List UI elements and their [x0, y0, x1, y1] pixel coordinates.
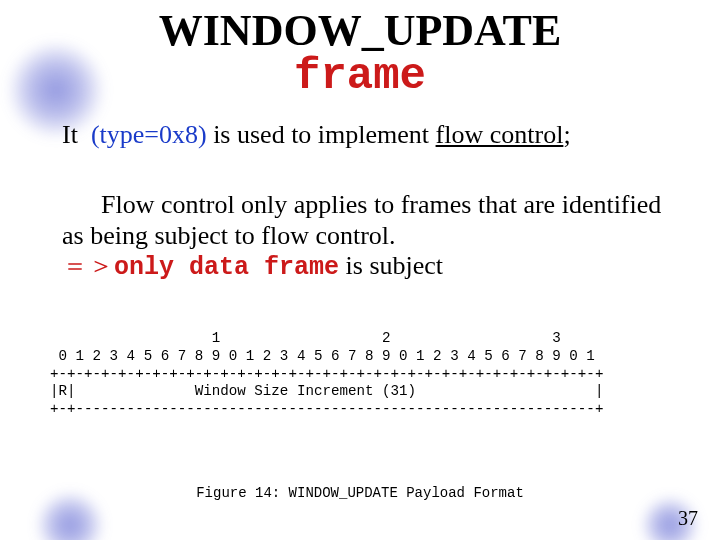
diagram-line: +-+-------------------------------------… [50, 401, 603, 417]
text: It [62, 120, 78, 149]
ascii-diagram: 1 2 3 0 1 2 3 4 5 6 7 8 9 0 1 2 3 4 5 6 … [50, 330, 603, 419]
text: is used to implement [207, 120, 436, 149]
title-line-1: WINDOW_UPDATE [0, 8, 720, 54]
slide-title: WINDOW_UPDATE frame [0, 8, 720, 98]
indent [62, 190, 101, 219]
page-number: 37 [678, 507, 698, 530]
paragraph: Flow control only applies to frames that… [62, 190, 662, 283]
intro-line: It (type=0x8) is used to implement flow … [62, 120, 672, 150]
text: ; [563, 120, 570, 149]
diagram-line: 1 2 3 [50, 330, 561, 346]
arrow-icon: ＝＞ [62, 251, 114, 280]
text: is subject [339, 251, 443, 280]
figure-caption: Figure 14: WINDOW_UPDATE Payload Format [0, 485, 720, 501]
flow-control-link: flow control [436, 120, 564, 149]
diagram-line: +-+-+-+-+-+-+-+-+-+-+-+-+-+-+-+-+-+-+-+-… [50, 366, 603, 382]
diagram-line: 0 1 2 3 4 5 6 7 8 9 0 1 2 3 4 5 6 7 8 9 … [50, 348, 595, 364]
text: Flow control only applies to frames that… [62, 190, 661, 250]
frame-type-code: (type=0x8) [91, 120, 207, 149]
emphasis-text: only data frame [114, 253, 339, 282]
title-line-2: frame [0, 54, 720, 98]
diagram-line: |R| Window Size Increment (31) | [50, 383, 603, 399]
